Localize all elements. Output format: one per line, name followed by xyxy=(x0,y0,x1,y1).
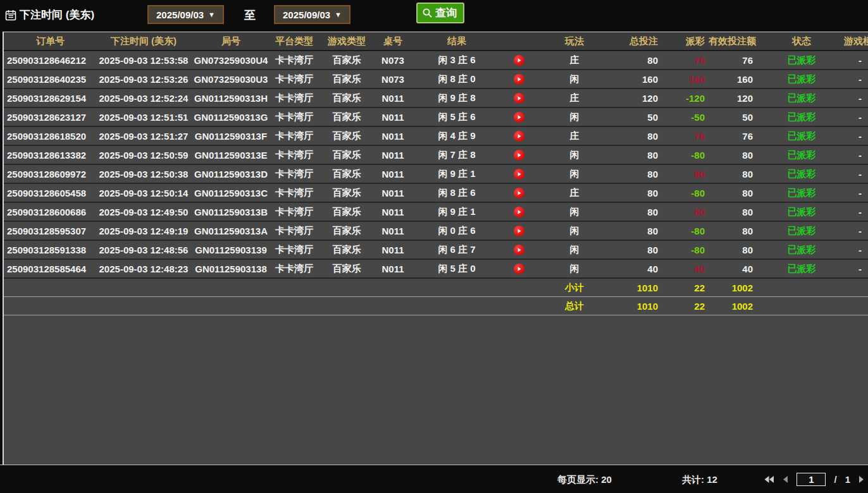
cell-valid-bet: 120 xyxy=(709,89,760,108)
cell-order-id: 250903128623127 xyxy=(4,108,94,127)
cell-replay xyxy=(501,165,536,184)
cell-game-type: 百家乐 xyxy=(320,108,373,127)
cell-result: 闲 3 庄 6 xyxy=(412,51,501,70)
cell-bet-time: 2025-09-03 12:48:23 xyxy=(94,260,194,279)
record-count-value: 12 xyxy=(707,474,717,485)
table-row: 250903128595307 2025-09-03 12:49:19 GN01… xyxy=(4,222,868,241)
cell-result: 闲 7 庄 8 xyxy=(412,146,501,165)
cell-platform: 卡卡湾厅 xyxy=(268,165,320,184)
first-page-button[interactable] xyxy=(764,475,774,484)
play-video-icon[interactable] xyxy=(514,264,524,274)
page-number-input[interactable] xyxy=(797,473,826,486)
status-badge: 已派彩 xyxy=(760,127,843,146)
play-video-icon[interactable] xyxy=(514,112,524,123)
date-from-value: 2025/09/03 xyxy=(156,9,204,20)
cell-payout: 80 xyxy=(662,203,709,222)
status-badge: 已派彩 xyxy=(760,184,843,203)
cell-round-id: GN01125903139 xyxy=(194,241,268,260)
right-arrow-icon xyxy=(859,475,864,484)
subtotal-label: 小计 xyxy=(536,279,612,297)
cell-total-bet: 80 xyxy=(612,146,662,165)
subtotal-total-bet: 1010 xyxy=(612,279,662,297)
cell-valid-bet: 80 xyxy=(709,184,760,203)
prev-page-button[interactable] xyxy=(783,475,788,484)
cell-game-mode: - xyxy=(843,222,868,241)
date-to-select[interactable]: 2025/09/03 ▼ xyxy=(274,5,350,24)
cell-platform: 卡卡湾厅 xyxy=(268,203,320,222)
cell-play-type: 闲 xyxy=(536,260,612,279)
cell-replay xyxy=(501,51,536,70)
page-size-value: 20 xyxy=(601,474,612,485)
filter-toolbar: 下注时间 (美东) 2025/09/03 ▼ 至 2025/09/03 ▼ 查询 xyxy=(0,0,868,31)
cell-order-id: 250903128640235 xyxy=(4,70,94,89)
table-row: 250903128585464 2025-09-03 12:48:23 GN01… xyxy=(4,260,868,279)
status-badge: 已派彩 xyxy=(760,260,843,279)
grand-total-payout: 22 xyxy=(662,297,709,315)
status-badge: 已派彩 xyxy=(760,241,843,260)
cell-round-id: GN0112590313B xyxy=(194,203,268,222)
subtotal-payout: 22 xyxy=(662,279,709,297)
play-video-icon[interactable] xyxy=(514,55,524,66)
col-header-result: 结果 xyxy=(412,32,501,51)
cell-play-type: 闲 xyxy=(536,241,612,260)
cell-replay xyxy=(501,222,536,241)
cell-play-type: 庄 xyxy=(536,127,612,146)
play-video-icon[interactable] xyxy=(514,74,524,85)
bet-time-label-group: 下注时间 (美东) xyxy=(5,8,94,22)
cell-platform: 卡卡湾厅 xyxy=(268,70,320,89)
pager-controls: / 1 xyxy=(764,465,864,493)
cell-play-type: 闲 xyxy=(536,222,612,241)
cell-result: 闲 5 庄 6 xyxy=(412,108,501,127)
table-row: 250903128640235 2025-09-03 12:53:26 GN07… xyxy=(4,70,868,89)
col-header-table-no: 桌号 xyxy=(373,32,412,51)
table-row: 250903128646212 2025-09-03 12:53:58 GN07… xyxy=(4,51,868,70)
cell-bet-time: 2025-09-03 12:52:24 xyxy=(94,89,194,108)
cell-valid-bet: 80 xyxy=(709,241,760,260)
cell-valid-bet: 160 xyxy=(709,70,760,89)
grand-total-label: 总计 xyxy=(536,297,612,315)
play-video-icon[interactable] xyxy=(514,207,524,217)
search-button[interactable]: 查询 xyxy=(416,3,464,23)
cell-valid-bet: 40 xyxy=(709,260,760,279)
cell-game-type: 百家乐 xyxy=(320,165,373,184)
cell-table-no: N011 xyxy=(373,165,412,184)
next-page-button[interactable] xyxy=(859,475,864,484)
col-header-play-type: 玩法 xyxy=(536,32,612,51)
cell-replay xyxy=(501,89,536,108)
cell-game-type: 百家乐 xyxy=(320,241,373,260)
cell-game-mode: - xyxy=(843,127,868,146)
cell-game-type: 百家乐 xyxy=(320,127,373,146)
col-header-valid-bet: 有效投注额 xyxy=(709,32,760,51)
play-video-icon[interactable] xyxy=(514,93,524,104)
play-video-icon[interactable] xyxy=(514,169,524,180)
page-count: 1 xyxy=(845,474,850,485)
cell-order-id: 250903128585464 xyxy=(4,260,94,279)
cell-game-mode: - xyxy=(843,146,868,165)
cell-valid-bet: 80 xyxy=(709,222,760,241)
cell-game-type: 百家乐 xyxy=(320,70,373,89)
cell-table-no: N011 xyxy=(373,241,412,260)
cell-game-mode: - xyxy=(843,89,868,108)
table-row: 250903128623127 2025-09-03 12:51:51 GN01… xyxy=(4,108,868,127)
cell-round-id: GN01125903138 xyxy=(194,260,268,279)
play-video-icon[interactable] xyxy=(514,131,524,142)
play-video-icon[interactable] xyxy=(514,245,524,255)
col-header-total-bet: 总投注 xyxy=(612,32,662,51)
subtotal-valid-bet: 1002 xyxy=(709,279,760,297)
cell-order-id: 250903128613382 xyxy=(4,146,94,165)
cell-total-bet: 80 xyxy=(612,203,662,222)
cell-game-mode: - xyxy=(843,51,868,70)
cell-table-no: N011 xyxy=(373,260,412,279)
cell-total-bet: 80 xyxy=(612,241,662,260)
cell-bet-time: 2025-09-03 12:50:59 xyxy=(94,146,194,165)
cell-bet-time: 2025-09-03 12:51:51 xyxy=(94,108,194,127)
cell-valid-bet: 80 xyxy=(709,203,760,222)
date-from-select[interactable]: 2025/09/03 ▼ xyxy=(147,5,224,24)
play-video-icon[interactable] xyxy=(514,188,524,198)
play-video-icon[interactable] xyxy=(514,150,524,161)
play-video-icon[interactable] xyxy=(514,226,524,236)
cell-platform: 卡卡湾厅 xyxy=(268,222,320,241)
cell-order-id: 250903128591338 xyxy=(4,241,94,260)
cell-order-id: 250903128595307 xyxy=(4,222,94,241)
cell-play-type: 闲 xyxy=(536,203,612,222)
